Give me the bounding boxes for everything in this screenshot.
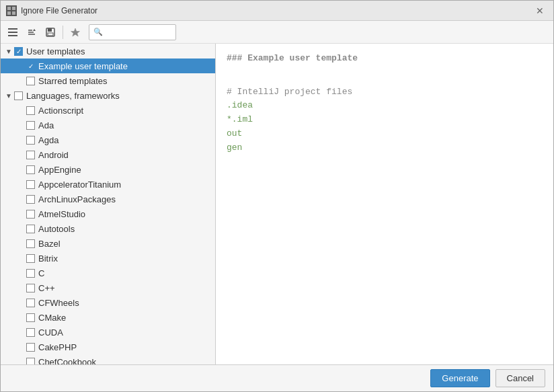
svg-rect-12 (48, 33, 53, 36)
label-autotools: Autotools (38, 224, 75, 234)
code-empty-line (227, 71, 543, 85)
app-icon (6, 5, 17, 16)
label-appceleratortitanium: AppceleratorTitanium (38, 180, 121, 190)
tree-item-appengine[interactable]: ▶ AppEngine (1, 162, 215, 177)
svg-rect-2 (7, 11, 11, 15)
search-input[interactable] (106, 28, 171, 37)
label-archlinuxpackages: ArchLinuxPackages (38, 194, 116, 204)
toolbar: 🔍 (1, 21, 553, 44)
title-bar: Ignore File Generator ✕ (1, 1, 553, 21)
tree-item-cfwheels[interactable]: ▶ CFWheels (1, 295, 215, 310)
checkbox-ada[interactable] (26, 121, 35, 130)
tree-item-agda[interactable]: ▶ Agda (1, 132, 215, 147)
tree-item-actionscript[interactable]: ▶ Actionscript (1, 103, 215, 118)
svg-rect-1 (12, 7, 15, 10)
tree-item-appceleratortitanium[interactable]: ▶ AppceleratorTitanium (1, 177, 215, 192)
expand-icon-languages: ▼ (3, 90, 14, 101)
checkbox-cpp[interactable] (26, 284, 35, 292)
label-cuda: CUDA (38, 327, 63, 338)
checkbox-autotools[interactable] (26, 225, 35, 233)
tree-item-atmelstudio[interactable]: ▶ AtmelStudio (1, 206, 215, 221)
left-panel: ▼ ✓ User templates ▶ ✓ Example user temp… (1, 44, 216, 364)
tree-item-bazel[interactable]: ▶ Bazel (1, 236, 215, 251)
tree-item-ada[interactable]: ▶ Ada (1, 118, 215, 132)
checkbox-archlinuxpackages[interactable] (26, 195, 35, 204)
main-window: Ignore File Generator ✕ (0, 0, 554, 392)
svg-rect-5 (8, 32, 17, 33)
checkbox-bazel[interactable] (26, 239, 35, 248)
checkbox-cakephp[interactable] (26, 343, 35, 352)
checkbox-cuda[interactable] (26, 328, 35, 337)
save-button[interactable] (42, 24, 58, 40)
checkbox-chefcookbook[interactable] (26, 358, 35, 365)
label-bitrix: Bitrix (38, 253, 58, 264)
window-title: Ignore File Generator (21, 6, 532, 15)
code-line1: .idea (227, 99, 543, 113)
checkbox-example[interactable]: ✓ (26, 62, 35, 71)
checkbox-user-templates[interactable]: ✓ (14, 47, 23, 56)
code-line4: gen (227, 141, 543, 155)
tree-item-user-templates[interactable]: ▼ ✓ User templates (1, 44, 215, 58)
label-atmelstudio: AtmelStudio (38, 209, 85, 219)
generate-button[interactable]: Generate (430, 369, 489, 387)
tree-item-autotools[interactable]: ▶ Autotools (1, 221, 215, 236)
close-button[interactable]: ✕ (532, 4, 548, 17)
tree-item-c[interactable]: ▶ C (1, 266, 215, 280)
tree-item-android[interactable]: ▶ Android (1, 147, 215, 162)
checkbox-android[interactable] (26, 151, 35, 159)
label-android: Android (38, 150, 69, 160)
search-box[interactable]: 🔍 (89, 24, 176, 40)
label-agda: Agda (38, 135, 58, 145)
tree-item-cuda[interactable]: ▶ CUDA (1, 325, 215, 340)
footer: Generate Cancel (1, 364, 553, 391)
main-content: ▼ ✓ User templates ▶ ✓ Example user temp… (1, 44, 553, 364)
expand-icon-user-templates: ▼ (3, 46, 14, 56)
svg-rect-0 (7, 7, 11, 10)
tree-item-languages[interactable]: ▼ Languages, frameworks (1, 88, 215, 103)
star-button[interactable] (67, 24, 83, 40)
code-line2: *.iml (227, 113, 543, 127)
sort-button[interactable] (24, 24, 40, 40)
code-heading: ### Example user template (227, 52, 543, 66)
right-panel: ### Example user template # IntelliJ pro… (216, 44, 553, 364)
tree-item-starred-templates[interactable]: ▶ Starred templates (1, 73, 215, 88)
checkbox-appengine[interactable] (26, 165, 35, 174)
checkbox-cfwheels[interactable] (26, 299, 35, 307)
checkbox-atmelstudio[interactable] (26, 210, 35, 219)
tree-item-bitrix[interactable]: ▶ Bitrix (1, 251, 215, 266)
checkbox-appceleratortitanium[interactable] (26, 180, 35, 189)
svg-rect-3 (12, 11, 15, 15)
tree-item-example-user-template[interactable]: ▶ ✓ Example user template (1, 58, 215, 73)
checkbox-c[interactable] (26, 269, 35, 278)
cancel-button[interactable]: Cancel (496, 369, 545, 387)
code-line3: out (227, 127, 543, 141)
svg-rect-6 (8, 35, 17, 36)
tree-item-cakephp[interactable]: ▶ CakePHP (1, 340, 215, 354)
label-bazel: Bazel (38, 239, 61, 249)
toolbar-separator (63, 26, 63, 39)
tree-item-cmake[interactable]: ▶ CMake (1, 310, 215, 325)
label-cakephp: CakePHP (38, 342, 77, 352)
svg-rect-4 (8, 28, 17, 30)
checkbox-starred[interactable] (26, 77, 35, 85)
svg-marker-13 (71, 28, 80, 36)
label-chefcookbook: ChefCookbook (38, 357, 96, 365)
checkbox-actionscript[interactable] (26, 106, 35, 115)
label-user-templates: User templates (26, 46, 85, 56)
label-c: C (38, 268, 44, 278)
label-example: Example user template (38, 61, 128, 71)
checkbox-cmake[interactable] (26, 313, 35, 322)
label-languages: Languages, frameworks (26, 91, 120, 101)
tree-item-chefcookbook[interactable]: ▶ ChefCookbook (1, 354, 215, 364)
code-comment: # IntelliJ project files (227, 85, 543, 100)
list-view-button[interactable] (5, 24, 21, 40)
label-appengine: AppEngine (38, 165, 81, 175)
checkbox-languages[interactable] (14, 91, 23, 100)
checkbox-agda[interactable] (26, 136, 35, 145)
checkbox-bitrix[interactable] (26, 254, 35, 263)
label-cfwheels: CFWheels (38, 298, 79, 308)
label-ada: Ada (38, 120, 54, 130)
label-cmake: CMake (38, 313, 66, 323)
tree-item-cpp[interactable]: ▶ C++ (1, 280, 215, 295)
tree-item-archlinuxpackages[interactable]: ▶ ArchLinuxPackages (1, 192, 215, 206)
